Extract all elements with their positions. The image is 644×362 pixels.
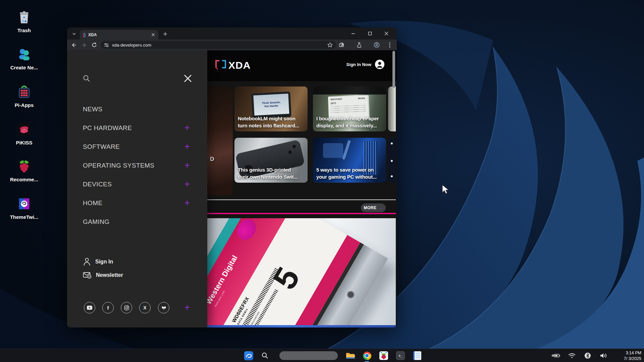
search-icon bbox=[261, 352, 269, 359]
tab-close-icon[interactable] bbox=[151, 33, 155, 37]
person-icon bbox=[83, 257, 91, 266]
profile-button[interactable] bbox=[372, 41, 381, 49]
article-card[interactable]: Think Smarter, Not Harder NotebookLM mig… bbox=[234, 86, 308, 131]
taskbar-file-manager[interactable] bbox=[345, 351, 355, 360]
desktop-icon-create-new[interactable]: Create Ne... bbox=[7, 46, 42, 70]
users-icon bbox=[7, 46, 42, 63]
tray-bluetooth[interactable] bbox=[583, 351, 592, 360]
card-headline: 5 ways to save power onyour gaming PC wi… bbox=[316, 166, 377, 180]
instagram-icon bbox=[124, 305, 129, 310]
expand-home-button[interactable]: + bbox=[182, 198, 192, 208]
new-tab-button[interactable] bbox=[161, 30, 169, 38]
battery-plug-icon bbox=[551, 353, 560, 358]
social-youtube-button[interactable] bbox=[84, 302, 95, 313]
nav-overlay-panel: NEWS PC HARDWARE + SOFTWARE + OPERATING … bbox=[67, 50, 207, 327]
social-bluesky-button[interactable] bbox=[158, 302, 169, 313]
nav-item-home[interactable]: HOME bbox=[83, 199, 103, 207]
clock-time: 3:14 PM bbox=[612, 350, 641, 356]
nav-item-devices[interactable]: DEVICES bbox=[83, 181, 112, 188]
x-icon: X bbox=[143, 305, 146, 310]
reload-button[interactable] bbox=[90, 41, 99, 49]
card-headline: I bought this cheap ePaperdisplay, and i… bbox=[316, 115, 379, 129]
social-facebook-button[interactable]: f bbox=[102, 302, 114, 313]
mouse-cursor bbox=[441, 184, 449, 194]
start-menu-button[interactable] bbox=[244, 351, 253, 360]
desktop-icon-trash[interactable]: Trash bbox=[7, 8, 42, 33]
nav-item-news[interactable]: NEWS bbox=[83, 106, 103, 113]
bookmark-star-icon[interactable] bbox=[327, 42, 333, 48]
wifi-icon bbox=[568, 353, 576, 359]
expand-operating-systems-button[interactable]: + bbox=[182, 160, 192, 171]
bluesky-butterfly-icon bbox=[161, 305, 167, 310]
next-section-edge bbox=[207, 325, 396, 327]
card-headline: This genius 3D-printedtheir own Nintendo… bbox=[238, 166, 298, 180]
tab-search-button[interactable] bbox=[70, 30, 78, 38]
bluetooth-icon bbox=[584, 352, 591, 359]
next-card-sliver bbox=[388, 86, 396, 131]
labs-button[interactable] bbox=[355, 41, 364, 49]
chevron-down-icon bbox=[72, 32, 76, 36]
desktop-icon-themetwister[interactable]: ThemeTwi... bbox=[7, 195, 42, 220]
hero-article-image[interactable]: Western Digital www.wdc.com WD60EFRX SAT… bbox=[207, 218, 396, 325]
tray-volume[interactable] bbox=[599, 351, 608, 360]
taskbar-search-input[interactable] bbox=[279, 351, 338, 360]
address-bar[interactable]: xda-developers.com bbox=[101, 41, 336, 49]
taskbar-search-button[interactable] bbox=[260, 351, 270, 360]
pikiss-icon bbox=[7, 121, 42, 138]
tray-wifi[interactable] bbox=[567, 351, 577, 360]
header-sign-in[interactable]: Sign In Now bbox=[346, 59, 385, 69]
extensions-button[interactable] bbox=[337, 41, 346, 49]
maximize-button[interactable] bbox=[364, 29, 376, 38]
article-card[interactable]: 5 ways to save power onyour gaming PC wi… bbox=[313, 138, 386, 183]
social-x-button[interactable]: X bbox=[139, 302, 151, 313]
back-button[interactable] bbox=[69, 41, 78, 49]
page-scrollbar-thumb[interactable] bbox=[392, 51, 395, 88]
nav-item-pc-hardware[interactable]: PC HARDWARE bbox=[83, 124, 132, 132]
close-menu-button[interactable] bbox=[183, 74, 193, 83]
taskbar-notepad[interactable] bbox=[413, 351, 422, 360]
desktop: Trash Create Ne... Pi-Apps PiKISS Recomm… bbox=[0, 0, 644, 362]
tray-battery[interactable] bbox=[551, 351, 560, 360]
folder-icon bbox=[345, 352, 355, 360]
search-button[interactable] bbox=[83, 74, 91, 82]
forward-button[interactable] bbox=[79, 41, 88, 49]
xda-logo[interactable]: XDA bbox=[214, 59, 251, 71]
taskbar-terminal[interactable]: >_ bbox=[396, 351, 405, 360]
beaker-icon bbox=[357, 42, 362, 48]
desktop-icon-pikiss[interactable]: PiKISS bbox=[7, 121, 42, 145]
plus-icon bbox=[163, 32, 167, 36]
expand-pc-hardware-button[interactable]: + bbox=[182, 123, 192, 133]
more-socials-button[interactable]: + bbox=[182, 302, 192, 313]
browser-tab[interactable]: [] XDA bbox=[80, 30, 158, 40]
browser-window: [] XDA bbox=[67, 27, 397, 327]
article-card[interactable]: This genius 3D-printedtheir own Nintendo… bbox=[234, 138, 308, 183]
minimize-button[interactable] bbox=[347, 29, 359, 38]
more-button[interactable]: MORE bbox=[361, 203, 386, 212]
taskbar-chrome[interactable] bbox=[362, 351, 372, 360]
desktop-icon-pi-apps[interactable]: Pi-Apps bbox=[7, 83, 42, 108]
newsletter-link[interactable]: Newsletter bbox=[83, 272, 123, 279]
tab-strip: [] XDA bbox=[67, 27, 397, 40]
desktop-icon-label: Trash bbox=[7, 27, 42, 33]
url-text: xda-developers.com bbox=[112, 43, 324, 48]
nav-item-operating-systems[interactable]: OPERATING SYSTEMS bbox=[83, 162, 154, 169]
maximize-icon bbox=[368, 32, 372, 36]
nav-item-gaming[interactable]: GAMING bbox=[83, 218, 109, 226]
article-card[interactable]: WEATHER WORK 19°C I bought this cheap eP… bbox=[313, 86, 386, 131]
forward-icon bbox=[81, 42, 87, 48]
avatar-icon bbox=[375, 59, 385, 69]
desktop-icon-recommended[interactable]: Recomme... bbox=[7, 158, 42, 182]
sign-in-link[interactable]: Sign In bbox=[83, 257, 113, 266]
browser-menu-button[interactable] bbox=[385, 41, 394, 49]
close-window-button[interactable] bbox=[381, 29, 392, 38]
social-instagram-button[interactable] bbox=[121, 302, 132, 313]
expand-software-button[interactable]: + bbox=[182, 141, 192, 152]
tray-clock[interactable]: 3:14 PM 7/ 3/2025 bbox=[612, 350, 641, 361]
expand-devices-button[interactable]: + bbox=[182, 179, 192, 189]
kebab-menu-icon bbox=[389, 42, 390, 48]
taskbar-package-manager[interactable] bbox=[379, 351, 388, 360]
volume-icon bbox=[600, 353, 607, 359]
site-settings-icon[interactable] bbox=[104, 43, 109, 47]
section-divider bbox=[207, 199, 396, 200]
nav-item-software[interactable]: SOFTWARE bbox=[83, 143, 120, 150]
